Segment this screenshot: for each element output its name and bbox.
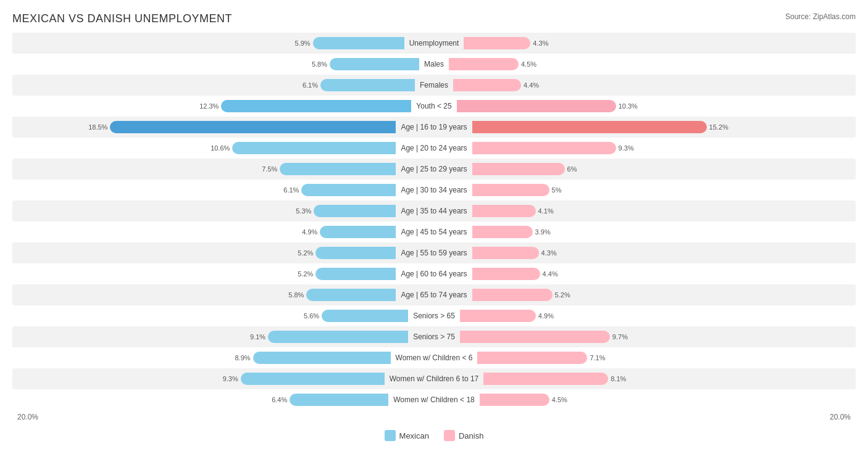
chart-header: Mexican vs Danish Unemployment Source: Z… bbox=[12, 12, 856, 25]
table-row: 12.3% Youth < 25 10.3% bbox=[12, 96, 856, 117]
danish-value: 4.5% bbox=[521, 60, 536, 68]
mexican-bar bbox=[290, 394, 388, 406]
danish-bar bbox=[472, 268, 540, 280]
row-label: Seniors > 75 bbox=[408, 333, 460, 341]
left-bar-container: 5.8% bbox=[17, 287, 396, 302]
mexican-bar bbox=[315, 268, 396, 280]
left-bar-container: 6.4% bbox=[17, 392, 388, 407]
mexican-value: 5.8% bbox=[288, 291, 304, 299]
danish-value: 15.2% bbox=[709, 123, 728, 131]
axis-label-right: 20.0% bbox=[465, 413, 851, 421]
mexican-bar bbox=[320, 79, 415, 91]
left-bar-container: 12.3% bbox=[17, 99, 411, 114]
row-label: Women w/ Children < 18 bbox=[388, 395, 480, 404]
danish-value: 5% bbox=[552, 186, 562, 194]
table-row: 4.9% Age | 45 to 54 years 3.9% bbox=[12, 221, 856, 242]
danish-value: 10.3% bbox=[619, 102, 638, 110]
danish-bar bbox=[449, 58, 519, 70]
left-bar-container: 10.6% bbox=[17, 141, 396, 155]
right-bar-container: 4.9% bbox=[460, 308, 851, 323]
danish-bar bbox=[472, 226, 533, 238]
legend-item-mexican: Mexican bbox=[385, 430, 429, 441]
danish-value: 5.2% bbox=[555, 291, 570, 299]
danish-value: 8.1% bbox=[611, 375, 626, 382]
table-row: 6.1% Females 4.4% bbox=[12, 75, 856, 96]
right-bar-container: 4.5% bbox=[449, 57, 851, 72]
danish-bar bbox=[472, 142, 616, 154]
danish-value: 3.9% bbox=[535, 228, 551, 236]
table-row: 5.8% Males 4.5% bbox=[12, 54, 856, 75]
mexican-bar bbox=[301, 184, 396, 196]
table-row: 7.5% Age | 25 to 29 years 6% bbox=[12, 159, 856, 180]
table-row: 5.2% Age | 60 to 64 years 4.4% bbox=[12, 263, 856, 284]
row-label: Age | 35 to 44 years bbox=[396, 207, 472, 215]
right-bar-container: 4.5% bbox=[480, 392, 851, 407]
left-bar-container: 5.9% bbox=[17, 36, 404, 51]
row-label: Males bbox=[419, 60, 449, 68]
right-bar-container: 8.1% bbox=[483, 371, 851, 386]
mexican-value: 9.1% bbox=[250, 333, 265, 341]
left-bar-container: 6.1% bbox=[17, 183, 396, 197]
right-bar-container: 9.3% bbox=[472, 141, 851, 155]
mexican-value: 6.4% bbox=[272, 396, 287, 403]
danish-value: 9.3% bbox=[619, 144, 634, 152]
mexican-legend-box bbox=[385, 430, 396, 441]
danish-bar bbox=[460, 310, 536, 322]
danish-bar bbox=[472, 289, 553, 301]
mexican-value: 10.6% bbox=[211, 144, 230, 152]
right-bar-container: 4.1% bbox=[472, 204, 851, 218]
row-label: Age | 25 to 29 years bbox=[396, 165, 472, 173]
left-bar-container: 8.9% bbox=[17, 350, 391, 365]
row-label: Females bbox=[415, 81, 453, 89]
mexican-value: 8.9% bbox=[235, 354, 251, 362]
legend-item-danish: Danish bbox=[444, 430, 483, 441]
row-label: Unemployment bbox=[404, 39, 464, 48]
mexican-value: 7.5% bbox=[262, 165, 277, 173]
danish-bar bbox=[472, 163, 565, 175]
chart-title: Mexican vs Danish Unemployment bbox=[12, 12, 232, 25]
left-bar-container: 5.2% bbox=[17, 246, 396, 260]
danish-bar bbox=[460, 331, 610, 343]
mexican-value: 5.6% bbox=[304, 312, 319, 320]
danish-bar bbox=[457, 100, 616, 112]
mexican-value: 5.3% bbox=[296, 207, 311, 215]
right-bar-container: 9.7% bbox=[460, 329, 851, 344]
danish-bar bbox=[477, 352, 587, 364]
mexican-bar bbox=[306, 289, 396, 301]
left-bar-container: 7.5% bbox=[17, 162, 396, 176]
mexican-bar bbox=[253, 352, 391, 364]
mexican-value: 5.2% bbox=[298, 270, 313, 278]
mexican-bar bbox=[221, 100, 411, 112]
table-row: 5.9% Unemployment 4.3% bbox=[12, 33, 856, 54]
left-bar-container: 5.2% bbox=[17, 267, 396, 281]
danish-value: 4.1% bbox=[538, 207, 554, 215]
left-bar-container: 6.1% bbox=[17, 78, 415, 93]
row-label: Age | 55 to 59 years bbox=[396, 249, 472, 257]
left-bar-container: 9.3% bbox=[17, 371, 385, 386]
row-label: Seniors > 65 bbox=[408, 312, 460, 320]
danish-bar bbox=[483, 373, 608, 385]
left-bar-container: 5.6% bbox=[17, 308, 408, 323]
row-label: Age | 16 to 19 years bbox=[396, 123, 472, 131]
right-bar-container: 5% bbox=[472, 183, 851, 197]
right-bar-container: 3.9% bbox=[472, 225, 851, 239]
row-label: Age | 45 to 54 years bbox=[396, 228, 472, 236]
left-bar-container: 18.5% bbox=[17, 120, 396, 134]
mexican-value: 12.3% bbox=[199, 102, 219, 110]
row-label: Youth < 25 bbox=[411, 102, 456, 110]
mexican-value: 4.9% bbox=[302, 228, 317, 236]
danish-value: 4.5% bbox=[552, 396, 567, 403]
row-label: Age | 20 to 24 years bbox=[396, 144, 472, 152]
left-bar-container: 4.9% bbox=[17, 225, 396, 239]
danish-legend-box bbox=[444, 430, 455, 441]
left-bar-container: 9.1% bbox=[17, 329, 408, 344]
row-label: Women w/ Children 6 to 17 bbox=[385, 374, 484, 383]
danish-value: 7.1% bbox=[590, 354, 605, 362]
danish-value: 4.3% bbox=[533, 39, 548, 47]
danish-bar bbox=[453, 79, 521, 91]
danish-bar bbox=[472, 205, 536, 217]
danish-bar bbox=[480, 394, 549, 406]
danish-value: 9.7% bbox=[612, 333, 628, 341]
mexican-bar bbox=[322, 310, 408, 322]
table-row: 9.3% Women w/ Children 6 to 17 8.1% bbox=[12, 368, 856, 389]
